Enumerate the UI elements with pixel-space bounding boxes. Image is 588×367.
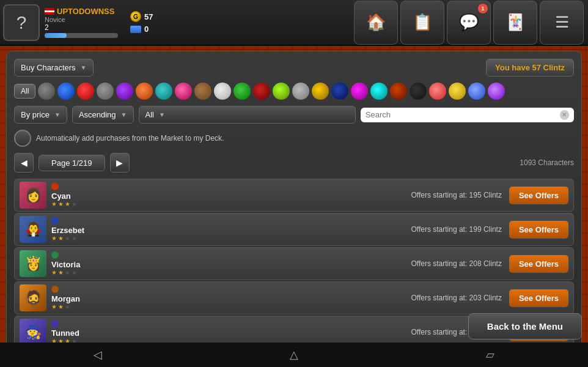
- clintz-balance: You have 57 Clintz: [486, 59, 574, 76]
- faction-icon-5[interactable]: [136, 83, 153, 100]
- faction-icon-18[interactable]: [390, 83, 407, 100]
- faction-icon-7[interactable]: [175, 83, 192, 100]
- android-back-btn[interactable]: ◁: [94, 348, 102, 361]
- list-nav-btn[interactable]: 📋: [400, 1, 444, 45]
- faction-icon-4[interactable]: [116, 83, 133, 100]
- auto-add-label: Automatically add purchases from the Mar…: [36, 134, 224, 143]
- char-avatar-tunned: 🧙: [20, 319, 46, 346]
- table-row[interactable]: 👸 Victoria ★ ★ ★ ★ Offers starting at: 2…: [14, 247, 574, 280]
- char-faction-erzsebet: [51, 217, 411, 224]
- faction-icon-10[interactable]: [233, 83, 251, 100]
- faction-icon-16[interactable]: [351, 83, 368, 100]
- faction-icon-19[interactable]: [410, 83, 427, 100]
- char-name-cyan: Cyan: [51, 191, 411, 201]
- filter-row: By price ▼ Ascending ▼ All ▼ ✕: [14, 106, 574, 124]
- char-info-cyan: Cyan ★ ★ ★ ★: [51, 183, 411, 207]
- android-nav-bar: ◁ △ ▱: [0, 343, 588, 367]
- faction-icon-8[interactable]: [194, 83, 211, 100]
- faction-icon-9[interactable]: [214, 83, 231, 100]
- star1: ★: [51, 235, 57, 242]
- table-row[interactable]: 🧛 Erzsebet ★ ★ ★ ★ Offers starting at: 1…: [14, 213, 574, 246]
- star4: ★: [72, 269, 77, 276]
- filter-all-arrow-icon: ▼: [159, 111, 165, 118]
- search-box[interactable]: ✕: [361, 108, 574, 122]
- android-recent-btn[interactable]: ▱: [486, 348, 494, 361]
- faction-icon-2[interactable]: [77, 83, 94, 100]
- auto-add-row: Automatically add purchases from the Mar…: [14, 130, 574, 147]
- faction-dot-erzsebet: [51, 217, 59, 224]
- char-info-morgan: Morgan ★ ★ ★: [51, 286, 411, 310]
- see-offers-erzsebet-btn[interactable]: See Offers: [509, 221, 568, 239]
- char-avatar-victoria: 👸: [20, 250, 46, 277]
- faction-icon-22[interactable]: [468, 83, 485, 100]
- faction-dot-morgan: [51, 286, 59, 293]
- chat-badge: 1: [478, 4, 488, 13]
- sort-by-label: By price: [21, 110, 50, 119]
- faction-icon-13[interactable]: [292, 83, 309, 100]
- faction-dot-tunned: [51, 320, 59, 327]
- char-info-erzsebet: Erzsebet ★ ★ ★ ★: [51, 217, 411, 242]
- menu-nav-btn[interactable]: ☰: [540, 1, 584, 45]
- star4: ★: [72, 235, 77, 242]
- faction-icon-20[interactable]: [429, 83, 446, 100]
- see-offers-victoria-btn[interactable]: See Offers: [509, 255, 568, 273]
- faction-icon-1[interactable]: [57, 83, 75, 100]
- cards-nav-btn[interactable]: 🃏: [493, 1, 537, 45]
- char-faction-victoria: [51, 251, 411, 259]
- tickets-value: 0: [144, 24, 149, 34]
- xp-fill: [45, 33, 67, 38]
- filter-all-dropdown[interactable]: All ▼: [139, 106, 356, 124]
- faction-icon-23[interactable]: [488, 83, 505, 100]
- char-avatar-cyan: 👩: [20, 182, 46, 209]
- order-label: Ascending: [79, 110, 116, 119]
- buy-characters-dropdown[interactable]: Buy Characters ▼: [14, 59, 94, 76]
- star3: ★: [65, 235, 70, 242]
- all-factions-btn[interactable]: All: [14, 84, 35, 98]
- char-faction-morgan: [51, 286, 411, 293]
- faction-icon-6[interactable]: [155, 83, 172, 100]
- char-price-victoria: Offers starting at: 208 Clintz: [411, 259, 502, 268]
- filter-all-label: All: [145, 110, 154, 119]
- bottom-bar: Back to the Menu: [468, 313, 582, 339]
- main-content: Buy Characters ▼ You have 57 Clintz All: [6, 51, 582, 357]
- char-info-tunned: Tunned ★ ★ ★ ★: [51, 320, 411, 344]
- pagination-row: ◀ Page 1/219 ▶ 1093 Characters: [14, 153, 574, 172]
- back-to-menu-btn[interactable]: Back to the Menu: [468, 313, 582, 339]
- faction-icon-17[interactable]: [370, 83, 388, 100]
- player-info: Uptodownss Novice 2: [45, 7, 118, 38]
- table-row[interactable]: 🧔 Morgan ★ ★ ★ Offers starting at: 203 C…: [14, 281, 574, 314]
- ticket-icon: [130, 26, 141, 33]
- faction-icon-21[interactable]: [449, 83, 466, 100]
- faction-icon-15[interactable]: [331, 83, 348, 100]
- player-flag: [45, 8, 54, 15]
- auto-add-toggle[interactable]: [14, 130, 31, 147]
- faction-icon-12[interactable]: [273, 83, 290, 100]
- table-row[interactable]: 👩 Cyan ★ ★ ★ ★ Offers starting at: 195 C…: [14, 179, 574, 212]
- sort-by-dropdown[interactable]: By price ▼: [14, 106, 67, 124]
- char-faction-tunned: [51, 320, 411, 327]
- see-offers-cyan-btn[interactable]: See Offers: [509, 187, 568, 204]
- char-price-morgan: Offers starting at: 203 Clintz: [411, 294, 502, 302]
- order-dropdown[interactable]: Ascending ▼: [72, 106, 134, 124]
- see-offers-morgan-btn[interactable]: See Offers: [509, 289, 568, 307]
- search-input[interactable]: [366, 110, 557, 119]
- home-nav-btn[interactable]: 🏠: [354, 1, 398, 45]
- player-rank: Novice: [45, 16, 118, 23]
- faction-icon-11[interactable]: [253, 83, 270, 100]
- char-name-tunned: Tunned: [51, 328, 411, 338]
- faction-icon-0[interactable]: [38, 83, 55, 100]
- char-stars-erzsebet: ★ ★ ★ ★: [51, 235, 411, 242]
- search-clear-btn[interactable]: ✕: [560, 110, 569, 120]
- top-bar: ? Uptodownss Novice 2 G 57 0 🏠 📋 💬 1 🃏 ☰: [0, 0, 588, 46]
- chat-nav-btn[interactable]: 💬 1: [447, 1, 491, 45]
- next-page-btn[interactable]: ▶: [110, 153, 130, 172]
- star3: ★: [65, 303, 70, 310]
- faction-icon-14[interactable]: [312, 83, 329, 100]
- faction-dot-victoria: [51, 251, 59, 259]
- prev-page-btn[interactable]: ◀: [14, 153, 34, 172]
- android-home-btn[interactable]: △: [290, 348, 298, 361]
- char-info-victoria: Victoria ★ ★ ★ ★: [51, 251, 411, 276]
- faction-icon-3[interactable]: [97, 83, 114, 100]
- currency-block: G 57 0: [130, 11, 153, 34]
- page-indicator: Page 1/219: [39, 155, 105, 171]
